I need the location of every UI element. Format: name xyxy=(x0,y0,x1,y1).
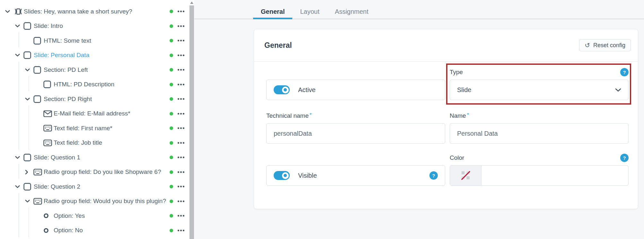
tab-assignment[interactable]: Assignment xyxy=(327,4,376,19)
tree-item-label[interactable]: Slide: Question 2 xyxy=(34,183,80,190)
tree-guide-line xyxy=(29,76,29,91)
checkbox-icon[interactable] xyxy=(23,51,34,59)
checkbox-icon[interactable] xyxy=(23,154,34,161)
active-toggle-field: Active xyxy=(266,80,445,100)
type-label: Type xyxy=(450,69,463,76)
technical-name-input[interactable] xyxy=(266,123,445,144)
tree-guide-line xyxy=(29,208,29,237)
context-menu-button[interactable] xyxy=(178,25,184,27)
tree-row[interactable]: Section: PD Right xyxy=(0,92,189,107)
tree-guide-line xyxy=(19,62,19,149)
context-menu-button[interactable] xyxy=(178,215,184,217)
tree-row[interactable]: Slide: Question 1 xyxy=(0,150,189,165)
status-dot xyxy=(170,156,173,159)
checkbox-icon[interactable] xyxy=(33,37,44,45)
chevron-right-icon[interactable] xyxy=(25,170,33,175)
context-menu-button[interactable] xyxy=(178,69,184,71)
chevron-down-icon[interactable] xyxy=(15,185,23,188)
context-menu-button[interactable] xyxy=(178,186,184,187)
chevron-down-icon[interactable] xyxy=(5,10,13,13)
carousel-icon xyxy=(13,8,24,15)
tree-item-label[interactable]: Slides: Hey, wanna take a short survey? xyxy=(24,8,132,15)
tree-row[interactable]: Radio group field: Would you buy this pl… xyxy=(0,194,189,209)
tree-item-label[interactable]: Text field: Job title xyxy=(54,139,102,146)
detail-panel: GeneralLayoutAssignment General ↺ Reset … xyxy=(194,0,644,239)
context-menu-button[interactable] xyxy=(178,55,184,56)
tree-item-label[interactable]: Radio group field: Do you like Shopware … xyxy=(44,168,161,175)
context-menu-button[interactable] xyxy=(178,40,184,41)
chevron-down-icon[interactable] xyxy=(15,156,23,159)
general-card: General ↺ Reset config Active xyxy=(254,29,638,209)
radio-option-icon xyxy=(43,228,54,233)
tree-item-label[interactable]: Slide: Personal Data xyxy=(34,52,89,59)
help-icon[interactable]: ? xyxy=(429,171,438,180)
tree-item-label[interactable]: HTML: Some text xyxy=(44,37,91,44)
context-menu-button[interactable] xyxy=(178,127,184,129)
checkbox-icon[interactable] xyxy=(43,81,54,88)
tree-row[interactable]: Section: PD Left xyxy=(0,63,189,77)
scrollbar-thumb[interactable] xyxy=(190,5,194,239)
tree-guide-line xyxy=(19,193,19,237)
context-menu-button[interactable] xyxy=(178,98,184,100)
context-menu-button[interactable] xyxy=(178,113,184,115)
active-toggle[interactable] xyxy=(274,85,290,94)
name-input[interactable] xyxy=(450,123,629,144)
tab-general[interactable]: General xyxy=(253,4,292,19)
context-menu-button[interactable] xyxy=(178,157,184,158)
chevron-down-icon[interactable] xyxy=(25,68,33,72)
tree-row[interactable]: Slide: Question 2 xyxy=(0,179,189,194)
chevron-down-icon[interactable] xyxy=(25,98,33,101)
help-icon[interactable]: ? xyxy=(620,154,629,162)
context-menu-button[interactable] xyxy=(178,230,184,231)
required-marker: * xyxy=(310,112,312,118)
context-menu-button[interactable] xyxy=(178,201,184,202)
sidebar-scrollbar[interactable] xyxy=(189,0,194,239)
chevron-down-icon[interactable] xyxy=(15,54,23,57)
reset-config-button[interactable]: ↺ Reset config xyxy=(579,39,631,51)
visible-toggle[interactable] xyxy=(274,171,290,180)
help-icon[interactable]: ? xyxy=(620,68,629,76)
tree-item-label[interactable]: Text field: First name* xyxy=(54,125,112,132)
tab-layout[interactable]: Layout xyxy=(292,4,327,19)
status-dot xyxy=(170,141,173,145)
element-tree-sidebar: Slides: Hey, wanna take a short survey?S… xyxy=(0,0,189,239)
tree-row[interactable]: Slides: Hey, wanna take a short survey? xyxy=(0,4,189,19)
tree-row[interactable]: HTML: Some text xyxy=(0,33,189,48)
card-body: Active Type ? Slide xyxy=(254,68,638,186)
tree-row[interactable]: Slide: Intro xyxy=(0,19,189,34)
chevron-down-icon[interactable] xyxy=(15,24,23,28)
type-select[interactable]: Slide xyxy=(450,80,629,100)
status-dot xyxy=(170,112,173,115)
tree-item-label[interactable]: Section: PD Right xyxy=(44,96,92,103)
visible-toggle-field: Visible ? xyxy=(266,165,445,186)
status-dot xyxy=(170,97,173,101)
tree-item-label[interactable]: Option: No xyxy=(54,227,83,234)
checkbox-icon[interactable] xyxy=(23,22,34,30)
tree-row[interactable]: Radio group field: Do you like Shopware … xyxy=(0,165,189,180)
checkbox-icon[interactable] xyxy=(33,66,44,74)
chevron-down-icon[interactable] xyxy=(25,200,33,203)
checkbox-icon[interactable] xyxy=(33,95,44,103)
color-swatch-button[interactable] xyxy=(450,166,481,185)
tree-row[interactable]: Slide: Personal Data xyxy=(0,48,189,63)
context-menu-button[interactable] xyxy=(178,171,184,173)
checkbox-icon[interactable] xyxy=(23,183,34,191)
context-menu-button[interactable] xyxy=(178,142,184,144)
tree-item-label[interactable]: Slide: Question 1 xyxy=(34,154,80,161)
tree-item-label[interactable]: Radio group field: Would you buy this pl… xyxy=(44,198,166,205)
status-dot xyxy=(170,200,173,203)
context-menu-button[interactable] xyxy=(178,11,184,12)
envelope-icon xyxy=(43,110,54,117)
scroll-up-button[interactable] xyxy=(189,0,194,5)
tree-item-label[interactable]: Slide: Intro xyxy=(34,22,63,30)
color-input[interactable] xyxy=(450,165,629,186)
name-label: Name xyxy=(450,112,466,119)
tree-item-label[interactable]: Section: PD Left xyxy=(44,66,88,73)
color-value-area[interactable] xyxy=(481,166,628,185)
technical-name-label: Technical name xyxy=(266,112,309,119)
tree-item-label[interactable]: HTML: PD Description xyxy=(54,81,114,88)
context-menu-button[interactable] xyxy=(178,84,184,85)
tree-item-label[interactable]: E-Mail field: E-Mail address* xyxy=(54,110,130,117)
status-dot xyxy=(170,83,173,86)
tree-item-label[interactable]: Option: Yes xyxy=(54,212,85,219)
